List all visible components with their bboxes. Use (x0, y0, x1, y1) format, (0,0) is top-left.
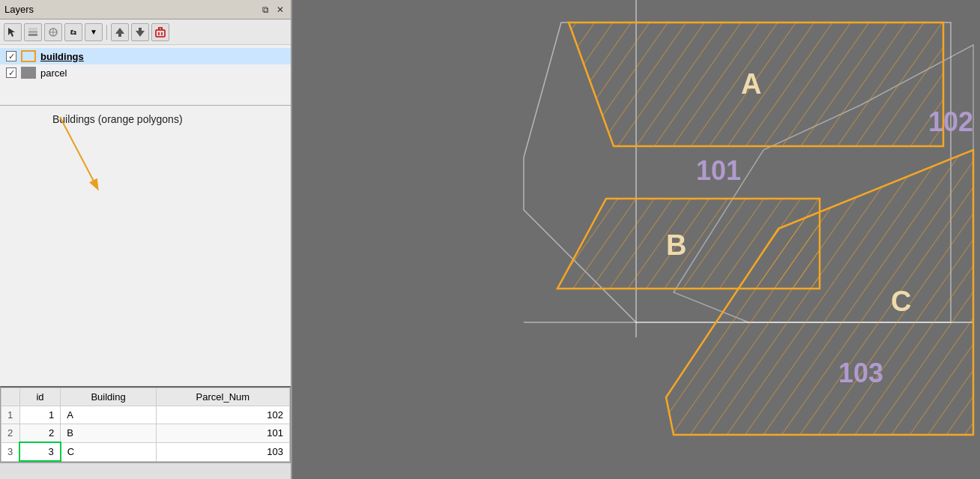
cell-building-1: A (61, 406, 156, 424)
remove-layer-button[interactable] (151, 23, 169, 41)
topology-dropdown-button[interactable]: ▼ (85, 23, 103, 41)
filter-button[interactable] (44, 23, 62, 41)
cell-building-3: C (61, 442, 156, 461)
col-header-id[interactable]: id (19, 388, 61, 406)
annotation-arrow (15, 113, 135, 203)
restore-icon[interactable]: ⧉ (259, 4, 271, 16)
layers-panel: Layers ⧉ ✕ (0, 0, 291, 106)
layers-titlebar: Layers ⧉ ✕ (0, 0, 291, 19)
layers-tool-button[interactable] (24, 23, 42, 41)
svg-text:102: 102 (928, 106, 973, 137)
svg-rect-1 (28, 31, 37, 33)
svg-text:103: 103 (838, 358, 883, 388)
annotation-area: Buildings (orange polygons) (0, 106, 291, 386)
annotation-text: Buildings (orange polygons) (52, 113, 183, 125)
svg-rect-0 (28, 34, 37, 36)
parcel-layer-name: parcel (40, 67, 67, 79)
svg-line-17 (60, 117, 97, 188)
cell-parcel-2: 101 (156, 424, 289, 443)
layer-item-buildings[interactable]: ✓ buildings (0, 48, 291, 64)
toolbar-separator (106, 25, 107, 40)
col-header-parcel-num[interactable]: Parcel_Num (156, 388, 289, 406)
svg-marker-9 (136, 31, 145, 37)
topology-button[interactable]: ε₂ (64, 23, 82, 41)
parcel-checkbox[interactable]: ✓ (6, 67, 16, 78)
svg-rect-7 (118, 34, 121, 37)
col-header-blank (1, 388, 20, 406)
svg-text:A: A (741, 68, 761, 100)
layers-title: Layers (4, 4, 34, 15)
svg-text:C: C (891, 286, 911, 317)
buildings-checkbox[interactable]: ✓ (6, 51, 16, 61)
cell-building-2: B (61, 424, 156, 443)
col-header-building[interactable]: Building (61, 388, 156, 406)
row-num-1: 1 (1, 406, 20, 424)
svg-rect-2 (28, 28, 37, 30)
cell-id-3: 3 (19, 442, 61, 461)
attribute-table-container: id Building Parcel_Num 1 1 A 102 2 2 B 1… (0, 386, 291, 463)
row-num-2: 2 (1, 424, 20, 443)
cell-id-1: 1 (19, 406, 61, 424)
layers-toolbar: ε₂ ▼ (0, 19, 291, 45)
parcel-icon (21, 67, 36, 79)
cell-id-2: 2 (19, 424, 61, 443)
svg-text:101: 101 (696, 155, 741, 186)
svg-marker-6 (115, 28, 124, 34)
close-icon[interactable]: ✕ (274, 4, 286, 16)
status-bar (0, 463, 291, 479)
table-row[interactable]: 1 1 A 102 (1, 406, 290, 424)
move-layer-down-button[interactable] (131, 23, 149, 41)
table-row-selected[interactable]: 3 3 C 103 (1, 442, 290, 461)
titlebar-icons: ⧉ ✕ (259, 4, 286, 16)
map-canvas: 101 102 103 A B C (292, 0, 980, 479)
svg-text:B: B (666, 229, 686, 261)
layers-list: ✓ buildings ✓ parcel (0, 45, 291, 105)
layer-item-parcel[interactable]: ✓ parcel (0, 64, 291, 81)
svg-rect-8 (139, 28, 142, 31)
buildings-layer-name: buildings (40, 51, 84, 62)
move-layer-up-button[interactable] (111, 23, 129, 41)
svg-rect-10 (156, 30, 165, 37)
attribute-table: id Building Parcel_Num 1 1 A 102 2 2 B 1… (1, 388, 290, 462)
row-num-3: 3 (1, 442, 20, 461)
map-panel[interactable]: 101 102 103 A B C (292, 0, 980, 479)
selection-tool-button[interactable] (4, 23, 22, 41)
buildings-icon (21, 50, 36, 62)
table-row[interactable]: 2 2 B 101 (1, 424, 290, 443)
cell-parcel-1: 102 (156, 406, 289, 424)
cell-parcel-3: 103 (156, 442, 289, 461)
left-panel: Layers ⧉ ✕ (0, 0, 292, 479)
